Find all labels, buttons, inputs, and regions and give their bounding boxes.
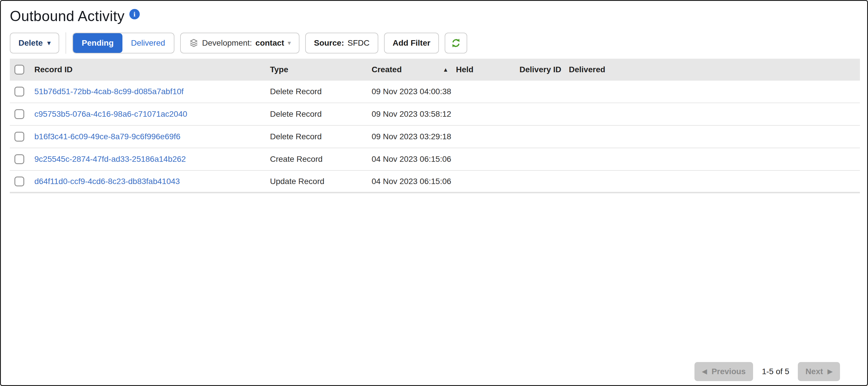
table-row: 51b76d51-72bb-4cab-8c99-d085a7abf10f Del… xyxy=(10,81,860,103)
record-id-link[interactable]: 9c25545c-2874-47fd-ad33-25186a14b262 xyxy=(34,155,186,164)
previous-page-button[interactable]: ◀ Previous xyxy=(694,362,753,381)
row-checkbox-cell xyxy=(10,87,34,96)
type-cell: Delete Record xyxy=(270,87,372,96)
column-header-delivery-id[interactable]: Delivery ID xyxy=(520,65,569,74)
next-page-button[interactable]: Next ▶ xyxy=(798,362,840,381)
record-id-link[interactable]: 51b76d51-72bb-4cab-8c99-d085a7abf10f xyxy=(34,87,184,96)
status-tab-group: Pending Delivered xyxy=(72,33,175,54)
source-filter-chip[interactable]: Source: SFDC xyxy=(305,33,378,54)
source-filter-value: SFDC xyxy=(347,38,369,48)
layers-icon xyxy=(189,38,199,48)
row-checkbox[interactable] xyxy=(14,154,24,164)
environment-filter-value: contact xyxy=(255,38,284,48)
tab-pending[interactable]: Pending xyxy=(73,33,122,53)
page-title: Outbound Activity xyxy=(10,8,125,25)
table-row: c95753b5-076a-4c16-98a6-c71071ac2040 Del… xyxy=(10,103,860,126)
previous-arrow-icon: ◀ xyxy=(702,368,707,375)
column-header-delivered[interactable]: Delivered xyxy=(569,65,860,74)
source-filter-prefix: Source: xyxy=(314,38,344,48)
info-icon[interactable]: i xyxy=(129,9,140,19)
toolbar-divider xyxy=(66,32,66,54)
row-checkbox[interactable] xyxy=(14,87,24,96)
select-all-checkbox[interactable] xyxy=(14,65,24,75)
previous-button-label: Previous xyxy=(712,367,746,376)
column-header-created[interactable]: Created ▲ xyxy=(372,65,456,74)
created-cell: 09 Nov 2023 04:00:38 xyxy=(372,87,456,96)
created-cell: 09 Nov 2023 03:29:18 xyxy=(372,132,456,141)
row-checkbox-cell xyxy=(10,132,34,142)
add-filter-button[interactable]: Add Filter xyxy=(384,33,439,54)
header-checkbox-cell xyxy=(10,65,34,75)
created-cell: 04 Nov 2023 06:15:06 xyxy=(372,155,456,164)
column-header-record-id[interactable]: Record ID xyxy=(34,65,270,74)
table-row: b16f3c41-6c09-49ce-8a79-9c6f996e69f6 Del… xyxy=(10,126,860,148)
table-row: d64f11d0-ccf9-4cd6-8c23-db83fab41043 Upd… xyxy=(10,171,860,193)
record-id-link[interactable]: d64f11d0-ccf9-4cd6-8c23-db83fab41043 xyxy=(34,177,180,186)
row-checkbox-cell xyxy=(10,177,34,186)
type-cell: Create Record xyxy=(270,155,372,164)
refresh-icon xyxy=(450,37,462,49)
sort-ascending-icon: ▲ xyxy=(443,66,448,73)
page-range-label: 1-5 of 5 xyxy=(762,367,789,376)
row-checkbox[interactable] xyxy=(14,109,24,119)
next-arrow-icon: ▶ xyxy=(828,368,833,375)
type-cell: Delete Record xyxy=(270,132,372,141)
outbound-activity-table: Record ID Type Created ▲ Held Delivery I… xyxy=(10,59,860,193)
created-cell: 04 Nov 2023 06:15:06 xyxy=(372,177,456,186)
next-button-label: Next xyxy=(805,367,823,376)
row-checkbox[interactable] xyxy=(14,177,24,186)
record-id-link[interactable]: c95753b5-076a-4c16-98a6-c71071ac2040 xyxy=(34,110,187,119)
type-cell: Delete Record xyxy=(270,110,372,119)
column-header-created-label: Created xyxy=(372,65,402,74)
table-body: 51b76d51-72bb-4cab-8c99-d085a7abf10f Del… xyxy=(10,81,860,193)
delete-button-label: Delete xyxy=(19,38,43,48)
outbound-activity-page: Outbound Activity i Delete ▾ Pending Del… xyxy=(0,0,868,386)
record-id-link[interactable]: b16f3c41-6c09-49ce-8a79-9c6f996e69f6 xyxy=(34,132,181,141)
row-checkbox-cell xyxy=(10,154,34,164)
delete-dropdown-button[interactable]: Delete ▾ xyxy=(10,33,59,54)
column-header-type[interactable]: Type xyxy=(270,65,372,74)
pagination: ◀ Previous 1-5 of 5 Next ▶ xyxy=(694,362,840,381)
page-header: Outbound Activity i xyxy=(10,8,858,25)
type-cell: Update Record xyxy=(270,177,372,186)
row-checkbox[interactable] xyxy=(14,132,24,142)
environment-filter-dropdown[interactable]: Development: contact ▾ xyxy=(180,33,300,54)
tab-delivered[interactable]: Delivered xyxy=(122,33,174,53)
row-checkbox-cell xyxy=(10,109,34,119)
table-row: 9c25545c-2874-47fd-ad33-25186a14b262 Cre… xyxy=(10,148,860,171)
toolbar: Delete ▾ Pending Delivered Development: … xyxy=(10,32,858,54)
environment-filter-prefix: Development: xyxy=(202,38,252,48)
created-cell: 09 Nov 2023 03:58:12 xyxy=(372,110,456,119)
table-header-row: Record ID Type Created ▲ Held Delivery I… xyxy=(10,59,860,81)
chevron-down-icon: ▾ xyxy=(288,40,291,46)
column-header-held[interactable]: Held xyxy=(456,65,520,74)
refresh-button[interactable] xyxy=(445,33,467,54)
chevron-down-icon: ▾ xyxy=(48,40,51,46)
